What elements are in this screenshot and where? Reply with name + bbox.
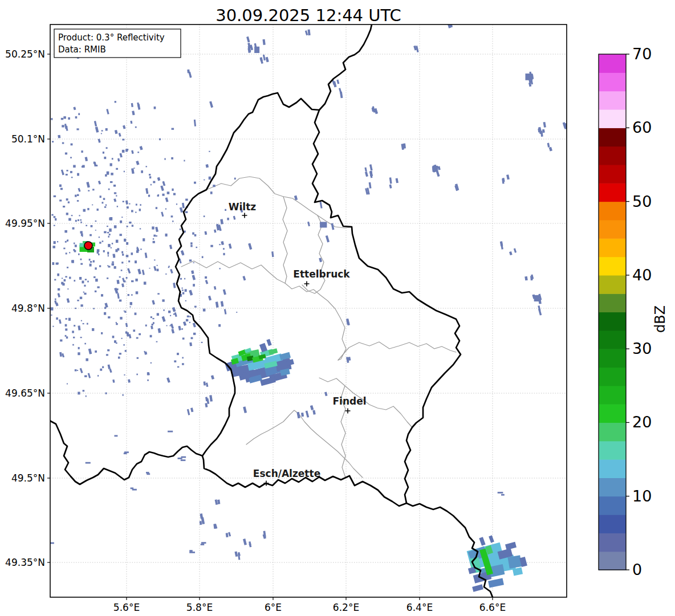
echo-speckle xyxy=(97,252,99,254)
echo-speckle xyxy=(202,256,204,258)
echo-streak xyxy=(162,181,166,186)
colorbar-segment xyxy=(599,183,626,202)
echo-speckle xyxy=(157,313,159,316)
echo-streak xyxy=(165,197,169,202)
echo-dash xyxy=(189,550,192,552)
echo-speckle xyxy=(113,255,115,258)
echo-speckle xyxy=(117,288,119,290)
echo-speckle xyxy=(62,125,64,127)
echo-speckle xyxy=(127,206,129,209)
echo-speckle xyxy=(80,263,83,265)
colorbar-tick-label: 40 xyxy=(632,266,652,284)
echo-speckle xyxy=(97,249,100,252)
echo-streak xyxy=(320,202,323,209)
echo-speckle xyxy=(83,209,86,212)
echo-streak xyxy=(157,177,161,181)
echo-speckle xyxy=(171,215,173,217)
echo-speckle xyxy=(149,176,151,178)
echo-speckle xyxy=(122,139,124,141)
echo-streak xyxy=(98,181,101,185)
echo-speckle xyxy=(192,232,194,235)
echo-speckle xyxy=(104,231,107,234)
border-belgium-germany xyxy=(319,25,372,110)
echo-blob xyxy=(320,222,327,227)
echo-speckle xyxy=(121,262,123,263)
echo-speckle xyxy=(135,260,137,263)
echo-streak xyxy=(229,243,232,248)
echo-streak xyxy=(106,109,109,115)
echo-speckle xyxy=(128,294,129,296)
echo-speckle xyxy=(67,267,68,268)
echo-streak xyxy=(171,329,174,333)
echo-speckle xyxy=(124,239,126,242)
echo-speckle xyxy=(68,218,71,221)
radar-map-page: 30.09.2025 12:44 UTC WiltzEttelbruckFind… xyxy=(0,0,675,616)
echo-speckle xyxy=(187,316,189,317)
echo-streak xyxy=(78,188,80,192)
echo-speckle xyxy=(186,319,188,321)
echo-streak xyxy=(549,147,552,152)
echo-speckle xyxy=(173,313,175,315)
echo-speckle xyxy=(145,325,147,327)
echo-streak xyxy=(214,230,216,233)
echo-speckle xyxy=(105,393,107,394)
echo-speckle xyxy=(75,220,77,222)
echo-speckle xyxy=(210,191,213,194)
echo-streak xyxy=(137,268,141,274)
echo-streak xyxy=(121,283,124,287)
echo-streak xyxy=(263,55,266,61)
echo-streak xyxy=(169,244,172,249)
echo-dash xyxy=(86,462,91,464)
echo-streak xyxy=(326,235,330,243)
echo-speckle xyxy=(213,185,215,187)
echo-speckle xyxy=(107,226,108,227)
echo-speckle xyxy=(109,229,112,232)
echo-speckle xyxy=(95,267,96,270)
echo-speckle xyxy=(82,166,83,168)
echo-speckle xyxy=(71,215,73,216)
echo-speckle xyxy=(104,312,106,315)
echo-speckle xyxy=(90,234,92,236)
precipitation-cells-layer xyxy=(225,339,527,592)
echo-speckle xyxy=(99,265,101,267)
echo-speckle xyxy=(111,173,113,175)
echo-speckle xyxy=(121,217,123,218)
echo-speckle xyxy=(81,233,83,236)
echo-speckle xyxy=(122,254,124,256)
echo-dash xyxy=(181,459,186,461)
echo-speckle xyxy=(110,217,113,221)
colorbar-segment xyxy=(599,275,626,294)
precip-patch xyxy=(472,584,483,591)
echo-speckle xyxy=(189,259,192,262)
echo-streak xyxy=(78,325,80,331)
echo-streak xyxy=(125,201,128,205)
echo-speckle xyxy=(54,225,55,226)
echo-speckle xyxy=(105,174,107,177)
echo-speckle xyxy=(110,163,112,166)
precip-patch xyxy=(269,348,278,355)
echo-speckle xyxy=(103,250,105,252)
echo-speckle xyxy=(77,194,79,196)
echo-speckle xyxy=(75,308,76,309)
echo-speckle xyxy=(68,318,71,321)
echo-streak xyxy=(153,266,156,271)
echo-speckle xyxy=(223,248,225,250)
lon-tick-label: 6.6°E xyxy=(479,602,506,613)
echo-streak xyxy=(389,185,392,189)
echo-streak xyxy=(162,316,166,322)
echo-speckle xyxy=(66,174,68,176)
echo-streak xyxy=(221,241,224,245)
echo-speckle xyxy=(234,178,236,180)
echo-speckle xyxy=(80,231,82,233)
echo-speckle xyxy=(87,208,89,210)
echo-streak xyxy=(115,130,118,134)
echo-streak xyxy=(336,79,339,84)
echo-streak xyxy=(266,57,269,62)
echo-streak xyxy=(524,276,528,281)
echo-streak xyxy=(58,293,60,297)
echo-speckle xyxy=(51,118,52,120)
echo-streak xyxy=(243,539,247,545)
radar-site-marker xyxy=(84,242,92,250)
echo-streak xyxy=(123,125,125,129)
echo-speckle xyxy=(95,291,97,292)
